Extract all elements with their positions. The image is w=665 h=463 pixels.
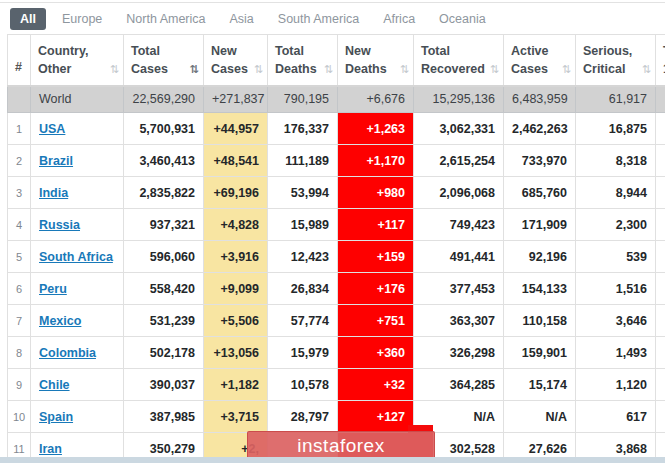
cell-new_deaths: +360 — [338, 337, 414, 369]
column-header-label: Cases — [131, 60, 197, 78]
column-header-label: Critical — [583, 60, 649, 78]
sort-icon[interactable]: ⇅ — [110, 62, 119, 78]
column-header-total_recovered[interactable]: TotalRecovered⇅ — [414, 35, 504, 86]
sort-icon[interactable]: ⇅ — [190, 62, 199, 78]
country-link[interactable]: Spain — [39, 410, 73, 424]
horizontal-scrollbar[interactable] — [0, 457, 665, 463]
cell-trunc — [656, 401, 665, 433]
country-link[interactable]: South Africa — [39, 250, 113, 264]
cell-rank: 9 — [8, 369, 31, 401]
cell-new_deaths: +1,263 — [338, 113, 414, 145]
cell-total_recovered: 15,295,136 — [414, 86, 504, 113]
cell-new_cases: +3,916 — [204, 241, 268, 273]
cell-total_recovered: 2,096,068 — [414, 177, 504, 209]
table-row: 7Mexico531,239+5,50657,774+751363,307110… — [8, 305, 665, 337]
cell-total_deaths: 28,797 — [268, 401, 338, 433]
tab-all[interactable]: All — [10, 8, 46, 30]
cell-rank: 5 — [8, 241, 31, 273]
cell-new_cases: +44,957 — [204, 113, 268, 145]
cell-total_deaths: 26,834 — [268, 273, 338, 305]
table-row: 5South Africa596,060+3,91612,423+159491,… — [8, 241, 665, 273]
cell-rank: 2 — [8, 145, 31, 177]
sort-icon[interactable]: ⇅ — [400, 62, 409, 78]
table-row: 8Colombia502,178+13,05615,979+360326,298… — [8, 337, 665, 369]
tab-oceania[interactable]: Oceania — [439, 12, 486, 26]
world-summary-row: World22,569,290+271,837790,195+6,67615,2… — [8, 86, 665, 113]
table-row: 10Spain387,985+3,71528,797+127N/AN/A617 — [8, 401, 665, 433]
column-header-label: Total — [275, 42, 331, 60]
top-divider — [0, 2, 665, 3]
instaforex-watermark: instaforex — [247, 431, 435, 460]
cell-new_deaths: +1,170 — [338, 145, 414, 177]
country-link[interactable]: Mexico — [39, 314, 81, 328]
cell-total_recovered: 749,423 — [414, 209, 504, 241]
cell-total_recovered: 377,453 — [414, 273, 504, 305]
cell-serious_critical: 3,646 — [576, 305, 656, 337]
tab-asia[interactable]: Asia — [230, 12, 254, 26]
cell-serious_critical: 8,944 — [576, 177, 656, 209]
sort-icon[interactable]: ⇅ — [490, 62, 499, 78]
cell-country: Mexico — [31, 305, 124, 337]
cell-new_deaths: +6,676 — [338, 86, 414, 113]
cell-serious_critical: 61,917 — [576, 86, 656, 113]
cell-new_cases: +48,541 — [204, 145, 268, 177]
cell-total_cases: 387,985 — [124, 401, 204, 433]
country-link[interactable]: Iran — [39, 442, 62, 456]
cell-rank: 7 — [8, 305, 31, 337]
cell-total_deaths: 790,195 — [268, 86, 338, 113]
tab-south-america[interactable]: South America — [278, 12, 359, 26]
sort-icon[interactable]: ⇅ — [254, 62, 263, 78]
cell-total_cases: 937,321 — [124, 209, 204, 241]
column-header-label: Other — [38, 60, 117, 78]
cell-total_deaths: 10,578 — [268, 369, 338, 401]
tab-europe[interactable]: Europe — [62, 12, 102, 26]
country-link[interactable]: Colombia — [39, 346, 96, 360]
cell-trunc — [656, 369, 665, 401]
column-header-label: Deaths — [275, 60, 331, 78]
sort-icon[interactable]: ⇅ — [562, 62, 571, 78]
cell-active_cases: 171,909 — [504, 209, 576, 241]
column-header-active_cases[interactable]: ActiveCases⇅ — [504, 35, 576, 86]
cell-total_recovered: 3,062,331 — [414, 113, 504, 145]
country-link[interactable]: USA — [39, 122, 65, 136]
cell-total_cases: 22,569,290 — [124, 86, 204, 113]
cell-new_deaths: +176 — [338, 273, 414, 305]
cell-trunc — [656, 273, 665, 305]
cell-total_recovered: 326,298 — [414, 337, 504, 369]
country-link[interactable]: Russia — [39, 218, 80, 232]
cell-trunc — [656, 305, 665, 337]
cell-active_cases: 6,483,959 — [504, 86, 576, 113]
cell-country: Russia — [31, 209, 124, 241]
column-header-total_deaths[interactable]: TotalDeaths⇅ — [268, 35, 338, 86]
table-row: 6Peru558,420+9,09926,834+176377,453154,1… — [8, 273, 665, 305]
sort-icon[interactable]: ⇅ — [324, 62, 333, 78]
column-header-total_cases[interactable]: TotalCases⇅ — [124, 35, 204, 86]
column-header-trunc: T1 — [656, 35, 665, 86]
tab-africa[interactable]: Africa — [383, 12, 415, 26]
column-header-new_deaths[interactable]: NewDeaths⇅ — [338, 35, 414, 86]
cell-serious_critical: 539 — [576, 241, 656, 273]
cell-country: World — [31, 86, 124, 113]
tab-north-america[interactable]: North America — [126, 12, 205, 26]
cell-active_cases: 92,196 — [504, 241, 576, 273]
cell-trunc — [656, 86, 665, 113]
country-link[interactable]: Brazil — [39, 154, 73, 168]
country-link[interactable]: Peru — [39, 282, 67, 296]
column-header-label: Serious, — [583, 42, 649, 60]
column-header-serious_critical[interactable]: Serious,Critical⇅ — [576, 35, 656, 86]
cell-total_recovered: 364,285 — [414, 369, 504, 401]
cell-country: USA — [31, 113, 124, 145]
cell-country: Peru — [31, 273, 124, 305]
cell-new_deaths: +117 — [338, 209, 414, 241]
cell-total_deaths: 57,774 — [268, 305, 338, 337]
sort-icon[interactable]: ⇅ — [642, 62, 651, 78]
column-header-label: Recovered — [421, 60, 497, 78]
column-header-country[interactable]: Country,Other⇅ — [31, 35, 124, 86]
country-link[interactable]: India — [39, 186, 68, 200]
cell-trunc — [656, 177, 665, 209]
column-header-new_cases[interactable]: NewCases⇅ — [204, 35, 268, 86]
country-link[interactable]: Chile — [39, 378, 70, 392]
cell-country: Brazil — [31, 145, 124, 177]
cell-serious_critical: 1,493 — [576, 337, 656, 369]
cell-new_cases: +1,182 — [204, 369, 268, 401]
